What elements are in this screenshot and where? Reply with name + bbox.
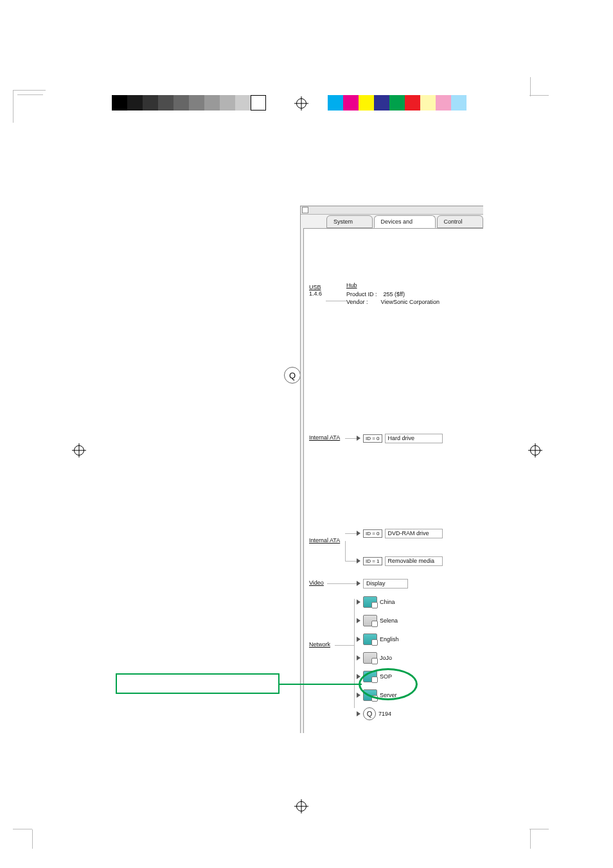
tab-devices-volumes[interactable]: Devices and Volumes <box>374 215 436 228</box>
bus-label-video: Video <box>309 580 324 586</box>
product-id-label: Product ID : <box>346 291 377 297</box>
network-row[interactable]: English <box>357 634 399 644</box>
registration-mark <box>294 799 308 813</box>
callout-box <box>116 673 280 694</box>
q-glyph: Q <box>289 371 296 380</box>
disclosure-icon[interactable] <box>357 581 360 586</box>
crop-mark <box>530 77 531 96</box>
network-card-icon <box>363 615 377 626</box>
bus-label-usb: USB 1.4.6 <box>309 284 322 297</box>
network-label: Selena <box>380 617 398 624</box>
disclosure-icon[interactable] <box>357 693 360 698</box>
device-row[interactable]: Display <box>357 578 408 589</box>
bus-label-ata2: Internal ATA <box>309 537 340 544</box>
window-close-button[interactable] <box>302 207 308 213</box>
device-label: Display <box>363 579 408 589</box>
tree-line <box>326 301 346 301</box>
crop-mark <box>32 829 33 849</box>
window-titlebar <box>301 206 483 215</box>
disclosure-icon[interactable] <box>357 655 360 660</box>
devices-pane: USB 1.4.6 Hub Product ID : 255 ($ff) Ven… <box>303 228 483 733</box>
crop-mark <box>529 95 549 96</box>
network-row[interactable]: JoJo <box>357 653 392 663</box>
usb-hub-block: Hub Product ID : 255 ($ff) Vendor : View… <box>346 281 440 306</box>
device-row[interactable]: ID = 1 Removable media <box>357 556 443 566</box>
color-bar <box>328 95 466 111</box>
tree-line <box>345 533 357 534</box>
callout-leader <box>280 684 362 685</box>
disclosure-icon[interactable] <box>357 618 360 623</box>
registration-mark <box>72 443 86 457</box>
network-row[interactable]: Q 7194 <box>357 709 391 719</box>
device-row[interactable]: ID = 0 DVD-RAM drive <box>357 528 443 538</box>
device-label: Hard drive <box>385 434 443 443</box>
network-card-icon <box>363 596 377 608</box>
network-row[interactable]: China <box>357 597 395 607</box>
tree-line <box>327 583 357 584</box>
disclosure-icon[interactable] <box>357 558 360 563</box>
device-id: ID = 0 <box>363 529 382 538</box>
network-label: JoJo <box>380 655 392 661</box>
tree-line <box>345 541 346 562</box>
crop-mark <box>530 829 531 849</box>
bus-label-network: Network <box>309 641 330 648</box>
hub-title: Hub <box>346 281 440 289</box>
vendor-label: Vendor : <box>346 299 368 305</box>
tab-bar: System Profile Devices and Volumes Contr… <box>301 215 483 227</box>
disclosure-icon[interactable] <box>357 531 360 536</box>
tab-control-panels[interactable]: Control Panels <box>437 215 483 228</box>
tree-line <box>335 645 354 646</box>
disclosure-icon[interactable] <box>357 599 360 605</box>
device-id: ID = 1 <box>363 557 382 565</box>
crop-mark-top-left <box>13 90 46 123</box>
tree-line <box>345 561 357 562</box>
usb-version: 1.4.6 <box>309 290 322 297</box>
network-card-icon <box>363 652 377 664</box>
q-icon: Q <box>363 707 376 720</box>
system-profiler-window: System Profile Devices and Volumes Contr… <box>300 206 483 733</box>
crop-mark <box>13 829 32 829</box>
tab-system-profile[interactable]: System Profile <box>326 215 373 228</box>
network-label: English <box>380 636 399 642</box>
device-row[interactable]: ID = 0 Hard drive <box>357 433 443 443</box>
disclosure-icon[interactable] <box>357 711 360 716</box>
disclosure-icon[interactable] <box>357 637 360 642</box>
network-row[interactable]: Selena <box>357 616 398 626</box>
network-label: China <box>380 599 395 605</box>
crop-mark <box>529 829 549 829</box>
device-id: ID = 0 <box>363 434 382 443</box>
bus-label-ata1: Internal ATA <box>309 434 340 441</box>
registration-mark <box>294 96 308 111</box>
disclosure-icon[interactable] <box>357 436 360 441</box>
registration-mark <box>528 443 542 457</box>
tree-line <box>354 599 355 708</box>
network-card-icon <box>363 633 377 645</box>
tree-line <box>345 438 357 439</box>
callout-circle <box>359 668 418 700</box>
device-label: DVD-RAM drive <box>385 529 443 538</box>
product-id-value: 255 ($ff) <box>384 291 405 297</box>
q-icon: Q <box>284 367 301 384</box>
greyscale-bar <box>112 95 266 111</box>
network-label: 7194 <box>378 711 391 717</box>
vendor-value: ViewSonic Corporation <box>381 299 440 305</box>
device-label: Removable media <box>385 556 443 566</box>
